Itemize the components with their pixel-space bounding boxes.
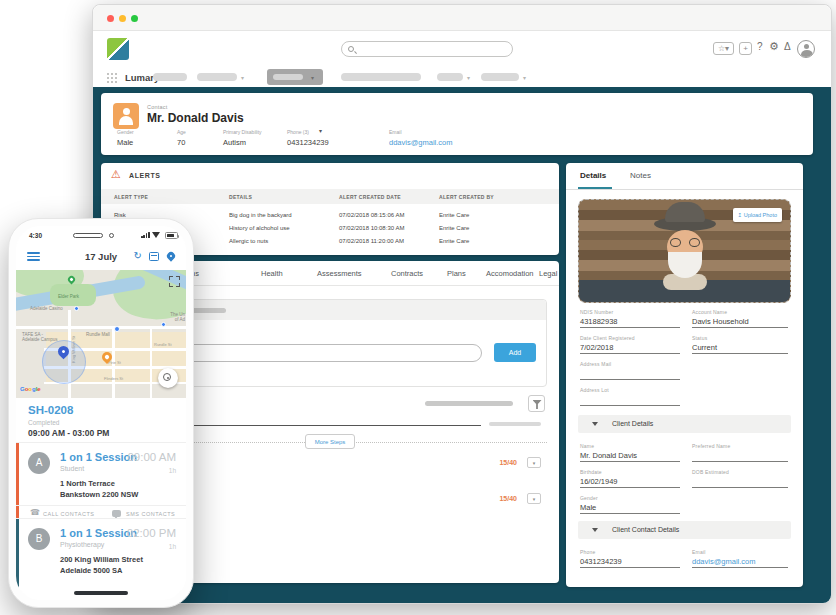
nav-tab-redacted[interactable] [197, 73, 237, 81]
setup-gear-icon[interactable]: ⚙ [769, 40, 779, 53]
filter-button[interactable] [528, 395, 545, 412]
add-icon[interactable]: + [739, 42, 752, 55]
field-value-primary-disability: Autism [223, 138, 246, 147]
field-value-age: 70 [177, 138, 185, 147]
close-window-button[interactable] [107, 15, 114, 22]
refresh-icon[interactable]: ↻ [134, 250, 142, 261]
map-label-rundle-mall: Rundle Mall [86, 332, 110, 337]
filter-funnel-icon [533, 400, 542, 409]
alert-created-by: Enrite Care [439, 238, 469, 244]
tab-contracts[interactable]: Contracts [391, 269, 423, 278]
map-fullscreen-icon[interactable] [169, 276, 180, 287]
upload-photo-button[interactable]: ↥ Upload Photo [733, 208, 782, 222]
camera-notch [109, 233, 114, 238]
column-alert-type: ALERT TYPE [114, 194, 148, 200]
help-icon[interactable]: ? [757, 41, 763, 52]
session-card-a[interactable]: A 1 on 1 Session Student 09:00 AM 1h 1 N… [16, 442, 186, 518]
lumary-logo [107, 38, 129, 60]
field-value [580, 395, 680, 406]
map-street-flinders: Flinders St [104, 376, 123, 381]
nav-tab-redacted[interactable] [341, 73, 421, 81]
map-view[interactable]: Elder Park Adelaide Casino The Unof Ad T… [16, 270, 186, 398]
session-title-link[interactable]: 1 on 1 Session [60, 527, 137, 539]
window-titlebar [93, 5, 831, 31]
session-badge: B [28, 528, 50, 550]
field-email: Email ddavis@gmail.com [692, 549, 788, 573]
map-marker-casino[interactable] [74, 306, 79, 311]
section-client-details[interactable]: Client Details [578, 415, 791, 433]
chevron-down-icon: ▾ [311, 74, 314, 81]
card-divider [16, 505, 186, 506]
global-search-input[interactable] [341, 41, 513, 57]
field-dob-estimated: DOB Estimated [692, 469, 788, 493]
tab-notes[interactable]: Notes [630, 171, 651, 180]
field-value: 16/02/1949 [580, 477, 680, 488]
calendar-icon[interactable] [149, 252, 159, 261]
photo-glasses-right [689, 238, 700, 247]
alert-warning-icon: ⚠ [111, 168, 121, 181]
field-date-registered: Date Client Registered 7/02/2018 [580, 335, 680, 359]
goal-row-dropdown[interactable]: ▾ [527, 493, 541, 504]
session-address: 1 North TerraceBankstown 2200 NSW [60, 479, 138, 500]
app-launcher-waffle-icon[interactable] [107, 73, 109, 75]
shift-id-link[interactable]: SH-0208 [28, 404, 73, 416]
user-avatar[interactable] [797, 40, 815, 58]
session-time: 09:00 AM [127, 451, 176, 463]
phone-screen: 4:30 17 July ↻ [16, 226, 186, 600]
maximize-window-button[interactable] [131, 15, 138, 22]
nav-tab-selected[interactable]: ▾ [267, 69, 323, 85]
more-steps-button[interactable]: More Steps [305, 434, 355, 449]
app-global-header: ☆▾ + ? ⚙ Δ [93, 31, 831, 67]
session-subtitle: Physiotherapy [60, 541, 104, 548]
my-location-button[interactable] [158, 368, 178, 388]
session-time: 02:00 PM [127, 527, 176, 539]
alert-details: Big dog in the backyard [229, 212, 292, 218]
tab-health[interactable]: Health [261, 269, 283, 278]
section-title: Client Contact Details [612, 526, 679, 533]
goal-progress-count: 15/40 [499, 495, 517, 502]
google-logo: Google [20, 377, 41, 395]
chevron-down-icon[interactable]: ▾ [241, 74, 244, 81]
field-label-phone: Phone (3) [287, 129, 309, 135]
session-badge: A [28, 452, 50, 474]
section-client-contact-details[interactable]: Client Contact Details [578, 521, 791, 539]
tab-plans[interactable]: Plans [447, 269, 466, 278]
contact-record-icon [113, 103, 139, 129]
speaker-notch [73, 233, 103, 238]
contact-name: Mr. Donald Davis [147, 111, 244, 125]
field-label: Address Mail [580, 361, 680, 367]
field-value [692, 477, 788, 488]
nav-tab-redacted[interactable] [437, 73, 463, 81]
nav-tab-redacted[interactable] [153, 73, 187, 81]
goal-row-dropdown[interactable]: ▾ [527, 457, 541, 468]
tab-accommodation[interactable]: Accomodation [486, 269, 534, 278]
session-card-b[interactable]: B 1 on 1 Session Physiotherapy 02:00 PM … [16, 518, 186, 590]
chevron-down-icon[interactable]: ▾ [319, 127, 322, 134]
field-birthdate: Birthdate 16/02/1949 [580, 469, 680, 493]
sms-contacts-button[interactable]: SMS CONTACTS [126, 511, 175, 517]
nav-tab-label-redacted [273, 74, 303, 80]
chevron-down-icon[interactable]: ▾ [523, 74, 526, 81]
map-marker-rundle-mall[interactable] [114, 326, 120, 332]
client-photo: ↥ Upload Photo [578, 199, 791, 303]
minimize-window-button[interactable] [119, 15, 126, 22]
scrollbar-segment[interactable] [489, 422, 541, 426]
nav-tab-redacted[interactable] [481, 73, 519, 81]
notification-bell-icon[interactable]: Δ [784, 41, 791, 52]
call-contacts-button[interactable]: CALL CONTACTS [43, 511, 94, 517]
field-value: 0431234239 [580, 557, 680, 568]
favorites-icon[interactable]: ☆▾ [713, 42, 734, 55]
tab-assessments[interactable]: Assessments [317, 269, 362, 278]
column-details: DETAILS [229, 194, 252, 200]
tab-legal[interactable]: Legal [539, 269, 557, 278]
alert-details: History of alchohol use [229, 225, 290, 231]
map-label-elder-park: Elder Park [58, 294, 79, 299]
contact-icon-head [123, 108, 130, 115]
session-title-link[interactable]: 1 on 1 Session [60, 451, 137, 463]
tab-details[interactable]: Details [580, 171, 606, 180]
chevron-down-icon[interactable]: ▾ [467, 74, 470, 81]
field-value-email-link[interactable]: ddavis@gmail.com [389, 138, 452, 147]
map-marker-university[interactable] [161, 322, 166, 327]
email-link[interactable]: ddavis@gmail.com [692, 557, 788, 568]
add-button[interactable]: Add [494, 343, 536, 362]
